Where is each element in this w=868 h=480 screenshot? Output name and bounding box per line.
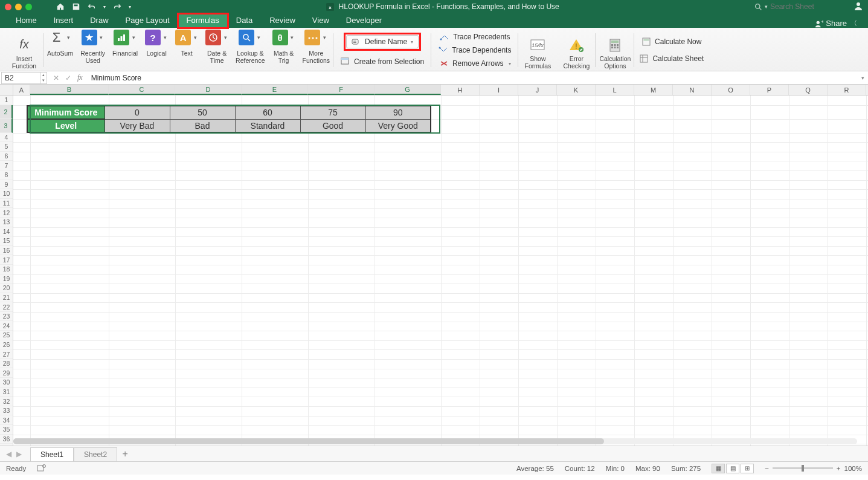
row-header-23[interactable]: 23 [0, 312, 13, 322]
row-header-22[interactable]: 22 [0, 302, 13, 312]
macro-record-icon[interactable] [37, 464, 47, 473]
tab-draw[interactable]: Draw [82, 14, 117, 28]
save-icon[interactable] [72, 2, 80, 11]
table-cell[interactable]: Bad [170, 119, 235, 132]
cells-area[interactable]: Minimum Score050607590LevelVery BadBadSt… [13, 96, 868, 446]
row-header-11[interactable]: 11 [0, 199, 13, 209]
row-header-8[interactable]: 8 [0, 170, 13, 180]
row-header-35[interactable]: 35 [0, 425, 13, 435]
tab-data[interactable]: Data [228, 14, 261, 28]
financial-dropdown[interactable]: ▾ [130, 30, 137, 45]
zoom-level[interactable]: 100% [844, 465, 862, 472]
col-header-P[interactable]: P [750, 85, 789, 95]
autosum-dropdown[interactable]: ▾ [66, 30, 72, 45]
row-header-30[interactable]: 30 [0, 378, 13, 388]
redo-icon[interactable] [113, 2, 121, 11]
date-time-button[interactable] [205, 30, 221, 45]
row-header-24[interactable]: 24 [0, 321, 13, 331]
col-header-E[interactable]: E [242, 85, 308, 95]
row-header-7[interactable]: 7 [0, 161, 13, 170]
table-cell[interactable]: Very Good [365, 119, 431, 132]
col-header-B[interactable]: B [30, 85, 109, 95]
view-page-break[interactable]: ⊞ [741, 464, 754, 473]
tab-developer[interactable]: Developer [338, 14, 390, 28]
row-header-21[interactable]: 21 [0, 293, 13, 303]
define-name-button[interactable]: Define Name ▾ [346, 35, 419, 48]
remove-arrows-button[interactable]: Remove Arrows▾ [438, 58, 512, 70]
show-formulas-button[interactable]: 15/fx Show Formulas [522, 30, 553, 70]
error-checking-button[interactable]: ! Error Checking [561, 30, 592, 70]
table-header-1[interactable]: Level [27, 119, 104, 132]
row-header-5[interactable]: 5 [0, 142, 13, 152]
calculate-sheet-button[interactable]: Calculate Sheet [638, 53, 705, 65]
view-page-layout[interactable]: ▤ [726, 464, 739, 473]
col-header-L[interactable]: L [596, 85, 634, 95]
recently-used-button[interactable]: ★ [82, 30, 97, 45]
trace-precedents-button[interactable]: Trace Precedents [439, 31, 511, 42]
col-header-I[interactable]: I [480, 85, 518, 95]
row-header-37[interactable]: 37 [0, 444, 13, 446]
col-header-N[interactable]: N [673, 85, 712, 95]
col-header-J[interactable]: J [518, 85, 557, 95]
tab-home[interactable]: Home [7, 14, 45, 28]
search-input[interactable] [770, 2, 843, 11]
lookup-reference-button[interactable] [239, 30, 254, 45]
sheet-nav-prev[interactable]: ◀ [4, 450, 14, 458]
row-header-15[interactable]: 15 [0, 236, 13, 246]
table-cell[interactable]: 60 [235, 106, 300, 119]
row-header-10[interactable]: 10 [0, 189, 13, 199]
zoom-in[interactable]: + [837, 465, 841, 472]
name-box[interactable]: B2 [1, 72, 40, 84]
table-cell[interactable]: Very Bad [104, 119, 170, 132]
row-header-16[interactable]: 16 [0, 246, 13, 256]
row-header-29[interactable]: 29 [0, 368, 13, 378]
recently-used-dropdown[interactable]: ▾ [98, 30, 104, 45]
undo-dropdown[interactable]: ▾ [103, 4, 106, 10]
sheet-nav-next[interactable]: ▶ [14, 450, 24, 458]
calculate-now-button[interactable]: Calculate Now [640, 36, 702, 48]
col-header-M[interactable]: M [634, 85, 673, 95]
row-header-27[interactable]: 27 [0, 349, 13, 359]
col-header-H[interactable]: H [441, 85, 480, 95]
row-header-4[interactable]: 4 [0, 133, 13, 143]
lookup-reference-dropdown[interactable]: ▾ [256, 30, 262, 45]
row-header-2[interactable]: 2 [0, 105, 13, 119]
tab-view[interactable]: View [304, 14, 338, 28]
row-header-20[interactable]: 20 [0, 284, 13, 293]
expand-formula-bar[interactable]: ▾ [857, 75, 868, 81]
zoom-out[interactable]: − [765, 465, 769, 472]
row-header-6[interactable]: 6 [0, 152, 13, 161]
sheet-tab-2[interactable]: Sheet2 [74, 447, 117, 461]
col-header-O[interactable]: O [712, 85, 750, 95]
trace-dependents-button[interactable]: Trace Dependents [437, 44, 512, 56]
row-header-31[interactable]: 31 [0, 388, 13, 397]
col-header-R[interactable]: R [828, 85, 866, 95]
table-cell[interactable]: 90 [365, 106, 431, 119]
collapse-ribbon[interactable]: 〈 [850, 19, 857, 28]
col-header-A[interactable]: A [13, 85, 30, 95]
table-cell[interactable]: 50 [170, 106, 235, 119]
row-header-13[interactable]: 13 [0, 218, 13, 227]
table-cell[interactable]: 75 [300, 106, 365, 119]
more-functions-button[interactable]: ⋯ [304, 30, 320, 45]
tab-page-layout[interactable]: Page Layout [117, 14, 178, 28]
text-dropdown[interactable]: ▾ [192, 30, 198, 45]
tab-review[interactable]: Review [261, 14, 304, 28]
home-icon[interactable] [56, 2, 65, 11]
logical-button[interactable]: ? [145, 30, 161, 45]
data-table[interactable]: Minimum Score050607590LevelVery BadBadSt… [27, 105, 431, 133]
calculation-options-button[interactable]: Calculation Options [599, 30, 631, 70]
insert-function-button[interactable]: fx Insert Function [8, 30, 40, 70]
accept-formula-icon[interactable]: ✓ [65, 74, 71, 82]
math-trig-dropdown[interactable]: ▾ [289, 30, 295, 45]
minimize-window[interactable] [15, 4, 22, 10]
row-header-17[interactable]: 17 [0, 255, 13, 265]
undo-icon[interactable] [88, 2, 96, 11]
select-all-corner[interactable] [0, 85, 13, 95]
add-sheet-button[interactable]: + [117, 449, 133, 459]
row-header-14[interactable]: 14 [0, 227, 13, 237]
maximize-window[interactable] [25, 4, 32, 10]
col-header-G[interactable]: G [375, 85, 441, 95]
more-functions-dropdown[interactable]: ▾ [321, 30, 327, 45]
row-header-32[interactable]: 32 [0, 397, 13, 406]
